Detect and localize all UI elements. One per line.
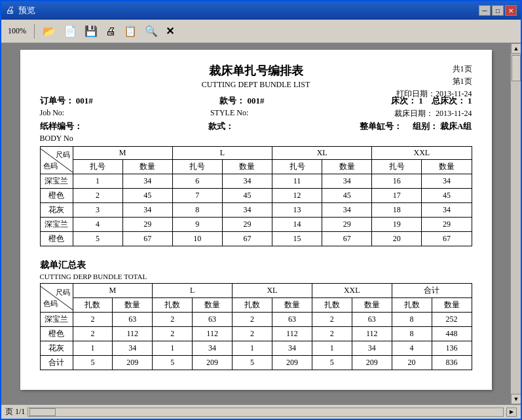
s-total-bundle: 扎数 [392,298,432,313]
save-button[interactable]: 📄 [61,24,79,39]
summary-bundle-cell: 1 [153,341,193,356]
l-qty-header: 数量 [222,160,272,174]
summary-qty-cell: 112 [193,327,233,341]
doc-area: 裁床单扎号编排表 CUTTING DEPT BUNDLE LIST 共1页 第1… [1,43,510,404]
bundle-cell: 10 [172,232,222,246]
summary-qty-cell: 63 [193,313,233,327]
app-icon: 🖨 [5,5,14,16]
summary-header-row-1: 尺码 色码 M L XL XXL 合计 [40,284,472,298]
qty-cell: 45 [222,189,272,203]
section2: 裁单汇总表 CUTTING DERP BUNDLE TOTAL [40,259,472,370]
group-value: 裁床A组 [440,121,472,131]
toolbar: 100% 📂 📄 💾 🖨 📋 🔍 ✕ [1,20,521,43]
pattern-no-field: 纸样编号： [40,121,83,132]
summary-size-label: 尺码 [56,288,70,297]
summary-qty-cell: 34 [193,341,233,356]
table-row: 深宝兰13463411341634 [40,174,472,189]
summary-color-cell: 深宝兰 [40,313,73,327]
save2-button[interactable]: 💾 [82,24,100,39]
qty-cell: 67 [222,232,272,246]
summary-bundle-cell: 1 [73,341,113,356]
s-m-bundle: 扎数 [73,298,113,313]
doc-scroll[interactable]: 裁床单扎号编排表 CUTTING DEPT BUNDLE LIST 共1页 第1… [1,43,510,404]
bundle-cell: 14 [272,218,322,232]
scroll-up-button[interactable]: ▲ [511,43,521,54]
summary-qty-cell: 209 [352,356,392,370]
qty-cell: 34 [322,174,372,189]
meta-row-3: 纸样编号： 款式： 整单缸号： 组别： 裁床A组 [40,121,472,132]
summary-table-row: 橙色21122112211221128448 [40,327,472,341]
scroll-down-button[interactable]: ▼ [511,394,521,404]
s-total-qty: 数量 [432,298,472,313]
open-button[interactable]: 📂 [40,24,58,39]
table-row: 橙色24574512451745 [40,189,472,203]
color-cell: 花灰 [40,203,73,218]
maximize-button[interactable]: □ [492,5,504,16]
print-button[interactable]: 🖨 [103,24,119,39]
style-no-value: 001# [248,96,265,105]
print-date: 2013-11-24 [436,89,472,98]
bundle-cell: 15 [272,232,322,246]
order-no-label: 订单号： [40,96,74,105]
summary-qty-cell: 63 [352,313,392,327]
current-page: 第1页 [396,75,472,88]
qty-cell: 34 [322,203,372,218]
qty-cell: 45 [322,189,372,203]
summary-qty-cell: 34 [113,341,153,356]
summary-qty-cell: 209 [272,356,312,370]
close-button[interactable]: ✕ [505,5,517,16]
qty-cell: 29 [122,218,172,232]
bundle-cell: 16 [372,174,422,189]
window-title: 预览 [18,5,35,16]
summary-bundle-cell: 5 [312,356,352,370]
l-header: L [172,147,272,160]
qty-cell: 29 [222,218,272,232]
bundle-cell: 7 [172,189,222,203]
title-buttons: ─ □ ✕ [479,5,517,16]
search-button[interactable]: 🔍 [142,24,160,39]
color-cell: 橙色 [40,232,73,246]
save2-icon: 💾 [84,25,98,37]
minimize-button[interactable]: ─ [479,5,491,16]
bundle-cell: 1 [73,174,122,189]
summary-bundle-cell: 2 [233,313,272,327]
summary-table-row: 花灰1341341341344136 [40,341,472,356]
title-bar: 🖨 预览 ─ □ ✕ [1,1,521,20]
summary-size-color-header: 尺码 色码 [40,284,73,313]
scroll-right-button[interactable]: ▶ [506,408,517,417]
document: 裁床单扎号编排表 CUTTING DEPT BUNDLE LIST 共1页 第1… [20,50,492,390]
summary-qty-cell: 209 [113,356,153,370]
scroll-thumb-h[interactable] [29,408,56,416]
horizontal-scrollbar[interactable] [28,408,504,417]
cut-date-label: 裁床日期： [394,109,434,118]
close-doc-button[interactable]: ✕ [163,24,177,39]
summary-bundle-cell: 1 [312,341,352,356]
total-pages: 共1页 [396,63,472,75]
qty-cell: 34 [422,174,472,189]
qty-cell: 45 [422,189,472,203]
body-no-label: BODY No [40,134,472,143]
m-bundle-header: 扎号 [73,160,122,174]
bundle-cell: 9 [172,218,222,232]
bundle-cell: 12 [272,189,322,203]
xl-qty-header: 数量 [322,160,372,174]
color-cell: 深宝兰 [40,218,73,232]
summary-color-cell: 合计 [40,356,73,370]
vertical-scrollbar[interactable]: ▲ ▼ [510,43,521,404]
bundle-cell: 8 [172,203,222,218]
summary-bundle-cell: 2 [312,327,352,341]
print-icon: 🖨 [105,26,116,37]
qty-cell: 45 [122,189,172,203]
summary-xxl-header: XXL [312,284,392,298]
clipboard-button[interactable]: 📋 [121,24,140,39]
cut-date-field: 裁床日期： 2013-11-24 [394,108,472,119]
summary-qty-cell: 63 [272,313,312,327]
scroll-thumb-v[interactable] [512,55,521,81]
summary-bundle-cell: 5 [153,356,193,370]
scroll-track-v[interactable] [511,54,521,394]
summary-bundle-cell: 5 [233,356,272,370]
s-xl-bundle: 扎数 [233,298,272,313]
summary-total-header: 合计 [392,284,472,298]
summary-header-row-2: 扎数 数量 扎数 数量 扎数 数量 扎数 数量 扎数 数量 [40,298,472,313]
bundle-table: 尺码 色码 M L XL XXL [40,146,472,246]
